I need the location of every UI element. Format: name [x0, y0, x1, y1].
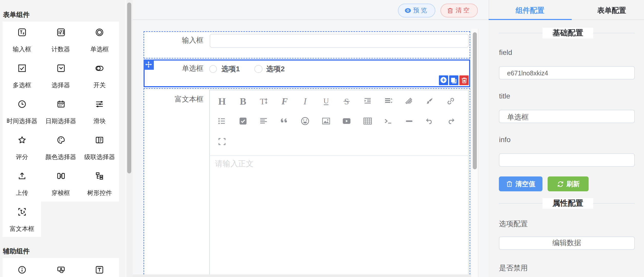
svg-text:U: U: [323, 96, 329, 105]
svg-text:I: I: [304, 96, 307, 105]
svg-text:H: H: [218, 96, 226, 105]
svg-text:T: T: [260, 96, 265, 105]
svg-text:F: F: [281, 96, 288, 105]
svg-text:B: B: [240, 96, 246, 105]
